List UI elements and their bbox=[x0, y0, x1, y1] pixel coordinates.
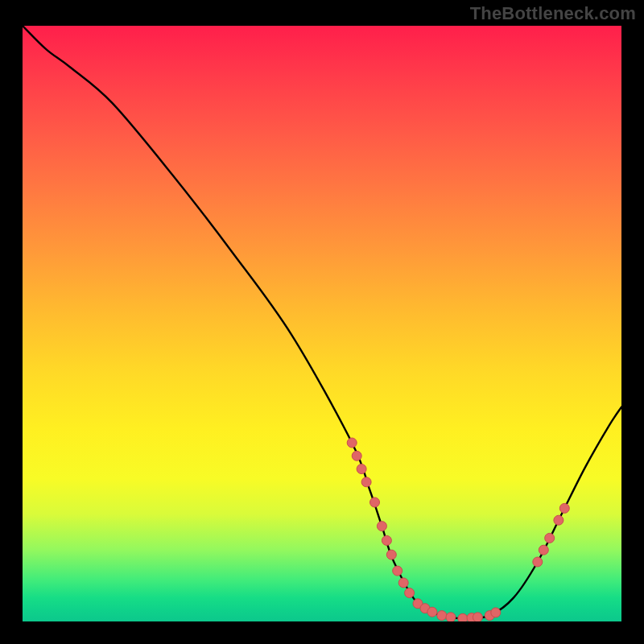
data-marker bbox=[559, 503, 569, 513]
data-marker bbox=[473, 613, 482, 621]
data-marker bbox=[377, 522, 386, 531]
data-marker bbox=[347, 438, 357, 448]
data-marker bbox=[393, 566, 402, 576]
data-marker bbox=[352, 451, 361, 460]
data-marker bbox=[361, 477, 371, 487]
bottleneck-curve bbox=[23, 26, 621, 618]
data-marker bbox=[427, 607, 437, 617]
chart-frame: TheBottleneck.com bbox=[0, 0, 644, 644]
data-marker bbox=[437, 611, 447, 621]
data-marker bbox=[398, 578, 408, 588]
data-marker bbox=[357, 464, 366, 474]
data-marker bbox=[554, 515, 564, 525]
marker-layer bbox=[347, 438, 569, 621]
data-marker bbox=[533, 557, 543, 567]
plot-area bbox=[23, 26, 621, 621]
data-marker bbox=[405, 588, 415, 598]
data-marker bbox=[539, 545, 548, 555]
data-marker bbox=[491, 608, 501, 617]
data-marker bbox=[545, 533, 555, 543]
data-marker bbox=[458, 613, 468, 621]
watermark-text: TheBottleneck.com bbox=[470, 3, 636, 24]
chart-svg bbox=[23, 26, 621, 621]
data-marker bbox=[386, 550, 396, 559]
data-marker bbox=[446, 613, 456, 621]
data-marker bbox=[370, 497, 380, 507]
data-marker bbox=[382, 535, 391, 545]
